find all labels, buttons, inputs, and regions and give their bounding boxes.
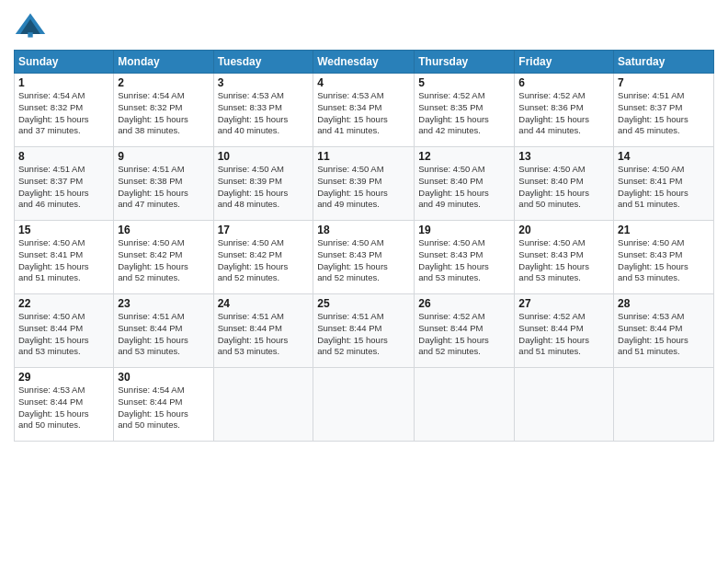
calendar-cell: 10Sunrise: 4:50 AM Sunset: 8:39 PM Dayli…	[213, 147, 313, 221]
calendar-cell: 22Sunrise: 4:50 AM Sunset: 8:44 PM Dayli…	[15, 294, 114, 368]
calendar-cell: 19Sunrise: 4:50 AM Sunset: 8:43 PM Dayli…	[415, 221, 515, 294]
day-number: 20	[518, 224, 609, 236]
calendar-cell: 17Sunrise: 4:50 AM Sunset: 8:42 PM Dayli…	[213, 221, 313, 294]
calendar-cell: 6Sunrise: 4:52 AM Sunset: 8:36 PM Daylig…	[515, 74, 614, 147]
day-number: 1	[18, 76, 109, 89]
day-number: 18	[317, 224, 410, 236]
calendar-cell: 14Sunrise: 4:50 AM Sunset: 8:41 PM Dayli…	[614, 147, 714, 221]
page: SundayMondayTuesdayWednesdayThursdayFrid…	[0, 0, 728, 563]
calendar-cell: 29Sunrise: 4:53 AM Sunset: 8:44 PM Dayli…	[15, 368, 114, 442]
day-info: Sunrise: 4:50 AM Sunset: 8:41 PM Dayligh…	[18, 237, 109, 284]
day-number: 24	[218, 297, 310, 310]
calendar-cell: 8Sunrise: 4:51 AM Sunset: 8:37 PM Daylig…	[15, 147, 114, 221]
day-info: Sunrise: 4:52 AM Sunset: 8:36 PM Dayligh…	[518, 90, 609, 137]
calendar-cell: 9Sunrise: 4:51 AM Sunset: 8:38 PM Daylig…	[114, 147, 213, 221]
day-number: 30	[118, 371, 209, 384]
weekday-header-row: SundayMondayTuesdayWednesdayThursdayFrid…	[15, 51, 714, 74]
calendar-cell: 3Sunrise: 4:53 AM Sunset: 8:33 PM Daylig…	[213, 74, 313, 147]
day-number: 11	[317, 150, 410, 163]
day-info: Sunrise: 4:50 AM Sunset: 8:42 PM Dayligh…	[118, 237, 209, 284]
day-info: Sunrise: 4:50 AM Sunset: 8:40 PM Dayligh…	[418, 164, 510, 211]
calendar-cell: 30Sunrise: 4:54 AM Sunset: 8:44 PM Dayli…	[114, 368, 213, 442]
calendar-cell: 26Sunrise: 4:52 AM Sunset: 8:44 PM Dayli…	[415, 294, 515, 368]
day-number: 17	[218, 224, 310, 236]
day-info: Sunrise: 4:50 AM Sunset: 8:42 PM Dayligh…	[218, 237, 310, 284]
day-info: Sunrise: 4:53 AM Sunset: 8:44 PM Dayligh…	[618, 311, 710, 358]
day-number: 16	[118, 224, 209, 236]
calendar-cell: 24Sunrise: 4:51 AM Sunset: 8:44 PM Dayli…	[213, 294, 313, 368]
day-info: Sunrise: 4:50 AM Sunset: 8:44 PM Dayligh…	[18, 311, 109, 358]
day-number: 15	[18, 224, 109, 236]
weekday-friday: Friday	[515, 51, 614, 74]
logo-icon	[14, 9, 47, 42]
calendar-cell: 13Sunrise: 4:50 AM Sunset: 8:40 PM Dayli…	[515, 147, 614, 221]
day-number: 25	[317, 297, 410, 310]
day-info: Sunrise: 4:50 AM Sunset: 8:40 PM Dayligh…	[518, 164, 609, 211]
calendar-cell: 11Sunrise: 4:50 AM Sunset: 8:39 PM Dayli…	[313, 147, 415, 221]
day-info: Sunrise: 4:50 AM Sunset: 8:41 PM Dayligh…	[618, 164, 710, 211]
day-info: Sunrise: 4:51 AM Sunset: 8:44 PM Dayligh…	[118, 311, 209, 358]
day-number: 28	[618, 297, 710, 310]
calendar-cell	[415, 368, 515, 442]
day-number: 13	[518, 150, 609, 163]
calendar-cell: 16Sunrise: 4:50 AM Sunset: 8:42 PM Dayli…	[114, 221, 213, 294]
day-info: Sunrise: 4:50 AM Sunset: 8:43 PM Dayligh…	[418, 237, 510, 284]
day-info: Sunrise: 4:54 AM Sunset: 8:32 PM Dayligh…	[18, 90, 109, 137]
day-info: Sunrise: 4:50 AM Sunset: 8:39 PM Dayligh…	[317, 164, 410, 211]
calendar-cell: 7Sunrise: 4:51 AM Sunset: 8:37 PM Daylig…	[614, 74, 714, 147]
day-info: Sunrise: 4:50 AM Sunset: 8:43 PM Dayligh…	[618, 237, 710, 284]
header	[14, 9, 714, 42]
day-number: 9	[118, 150, 209, 163]
day-info: Sunrise: 4:53 AM Sunset: 8:33 PM Dayligh…	[218, 90, 310, 137]
week-row-2: 8Sunrise: 4:51 AM Sunset: 8:37 PM Daylig…	[15, 147, 714, 221]
calendar-header: SundayMondayTuesdayWednesdayThursdayFrid…	[15, 51, 714, 74]
day-number: 23	[118, 297, 209, 310]
calendar-cell: 23Sunrise: 4:51 AM Sunset: 8:44 PM Dayli…	[114, 294, 213, 368]
day-number: 21	[618, 224, 710, 236]
day-info: Sunrise: 4:52 AM Sunset: 8:44 PM Dayligh…	[518, 311, 609, 358]
day-info: Sunrise: 4:51 AM Sunset: 8:37 PM Dayligh…	[618, 90, 710, 137]
day-info: Sunrise: 4:52 AM Sunset: 8:35 PM Dayligh…	[418, 90, 510, 137]
calendar-cell: 2Sunrise: 4:54 AM Sunset: 8:32 PM Daylig…	[114, 74, 213, 147]
weekday-wednesday: Wednesday	[313, 51, 415, 74]
week-row-1: 1Sunrise: 4:54 AM Sunset: 8:32 PM Daylig…	[15, 74, 714, 147]
weekday-monday: Monday	[114, 51, 213, 74]
day-info: Sunrise: 4:51 AM Sunset: 8:38 PM Dayligh…	[118, 164, 209, 211]
day-number: 27	[518, 297, 609, 310]
day-info: Sunrise: 4:52 AM Sunset: 8:44 PM Dayligh…	[418, 311, 510, 358]
day-info: Sunrise: 4:51 AM Sunset: 8:44 PM Dayligh…	[317, 311, 410, 358]
day-number: 14	[618, 150, 710, 163]
day-number: 22	[18, 297, 109, 310]
week-row-3: 15Sunrise: 4:50 AM Sunset: 8:41 PM Dayli…	[15, 221, 714, 294]
week-row-5: 29Sunrise: 4:53 AM Sunset: 8:44 PM Dayli…	[15, 368, 714, 442]
calendar-cell: 28Sunrise: 4:53 AM Sunset: 8:44 PM Dayli…	[614, 294, 714, 368]
day-number: 10	[218, 150, 310, 163]
day-info: Sunrise: 4:51 AM Sunset: 8:44 PM Dayligh…	[218, 311, 310, 358]
calendar-cell	[614, 368, 714, 442]
calendar-cell: 4Sunrise: 4:53 AM Sunset: 8:34 PM Daylig…	[313, 74, 415, 147]
calendar-cell	[313, 368, 415, 442]
day-info: Sunrise: 4:51 AM Sunset: 8:37 PM Dayligh…	[18, 164, 109, 211]
calendar-cell: 18Sunrise: 4:50 AM Sunset: 8:43 PM Dayli…	[313, 221, 415, 294]
day-info: Sunrise: 4:54 AM Sunset: 8:44 PM Dayligh…	[118, 385, 209, 431]
day-number: 5	[418, 76, 510, 89]
day-number: 8	[18, 150, 109, 163]
calendar-table: SundayMondayTuesdayWednesdayThursdayFrid…	[14, 50, 714, 442]
day-number: 4	[317, 76, 410, 89]
day-number: 3	[218, 76, 310, 89]
weekday-tuesday: Tuesday	[213, 51, 313, 74]
day-info: Sunrise: 4:53 AM Sunset: 8:44 PM Dayligh…	[18, 385, 109, 431]
calendar-cell	[213, 368, 313, 442]
day-info: Sunrise: 4:50 AM Sunset: 8:39 PM Dayligh…	[218, 164, 310, 211]
svg-rect-2	[28, 32, 32, 37]
calendar-body: 1Sunrise: 4:54 AM Sunset: 8:32 PM Daylig…	[15, 74, 714, 442]
day-info: Sunrise: 4:50 AM Sunset: 8:43 PM Dayligh…	[518, 237, 609, 284]
weekday-thursday: Thursday	[415, 51, 515, 74]
day-number: 26	[418, 297, 510, 310]
day-number: 19	[418, 224, 510, 236]
week-row-4: 22Sunrise: 4:50 AM Sunset: 8:44 PM Dayli…	[15, 294, 714, 368]
calendar-cell: 21Sunrise: 4:50 AM Sunset: 8:43 PM Dayli…	[614, 221, 714, 294]
calendar-cell: 27Sunrise: 4:52 AM Sunset: 8:44 PM Dayli…	[515, 294, 614, 368]
calendar-cell: 15Sunrise: 4:50 AM Sunset: 8:41 PM Dayli…	[15, 221, 114, 294]
calendar-cell: 1Sunrise: 4:54 AM Sunset: 8:32 PM Daylig…	[15, 74, 114, 147]
